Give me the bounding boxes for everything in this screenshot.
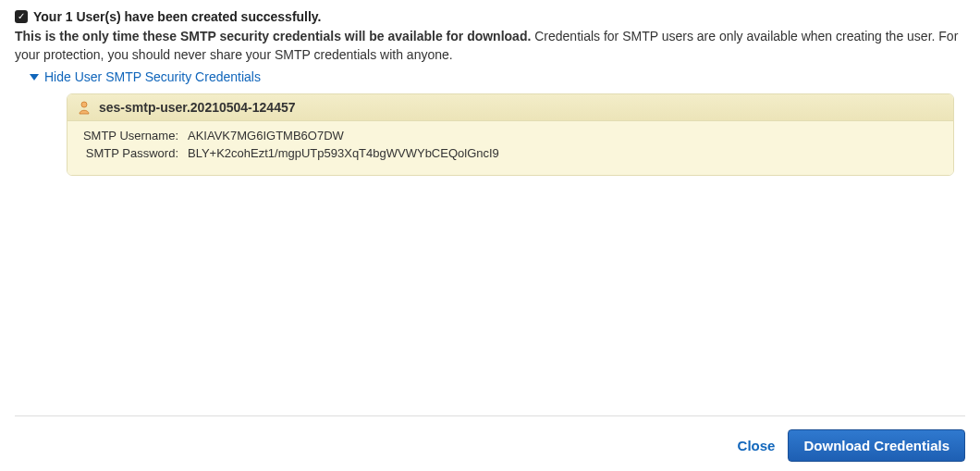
username-row: SMTP Username: AKIAVK7MG6IGTMB6O7DW — [77, 129, 944, 143]
toggle-label: Hide User SMTP Security Credentials — [44, 69, 261, 84]
success-header: ✓ Your 1 User(s) have been created succe… — [15, 9, 965, 24]
caret-down-icon — [30, 74, 39, 81]
toggle-credentials[interactable]: Hide User SMTP Security Credentials — [30, 69, 965, 84]
password-row: SMTP Password: BLY+K2cohEzt1/mgpUTp593Xq… — [77, 146, 944, 160]
panel-body: SMTP Username: AKIAVK7MG6IGTMB6O7DW SMTP… — [67, 121, 953, 175]
username-value: AKIAVK7MG6IGTMB6O7DW — [188, 129, 344, 143]
password-label: SMTP Password: — [77, 146, 178, 160]
panel-title: ses-smtp-user.20210504-124457 — [99, 100, 296, 115]
user-icon — [77, 100, 92, 115]
panel-header: ses-smtp-user.20210504-124457 — [67, 94, 953, 121]
check-icon: ✓ — [15, 10, 28, 23]
info-text-bold: This is the only time these SMTP securit… — [15, 29, 531, 43]
username-label: SMTP Username: — [77, 129, 178, 143]
credentials-panel: ses-smtp-user.20210504-124457 SMTP Usern… — [67, 93, 954, 176]
download-credentials-button[interactable]: Download Credentials — [788, 429, 965, 462]
password-value: BLY+K2cohEzt1/mgpUTp593XqT4bgWVWYbCEQolG… — [188, 146, 499, 160]
svg-point-0 — [81, 102, 87, 107]
footer: Close Download Credentials — [15, 415, 965, 462]
success-text: Your 1 User(s) have been created success… — [33, 9, 322, 24]
close-button[interactable]: Close — [738, 438, 776, 453]
info-text: This is the only time these SMTP securit… — [15, 28, 965, 64]
